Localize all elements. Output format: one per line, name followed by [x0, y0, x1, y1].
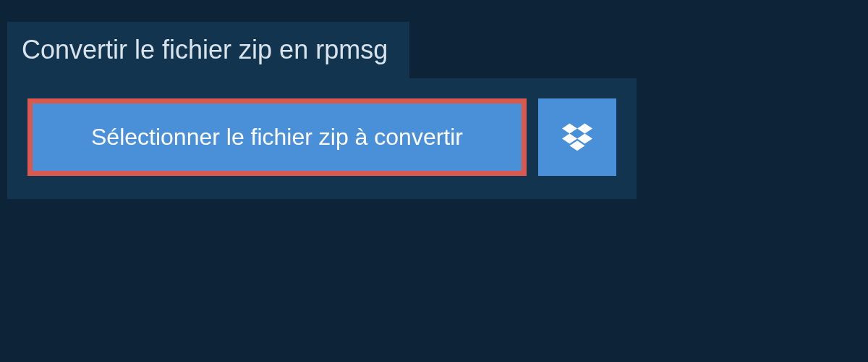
action-panel: Sélectionner le fichier zip à convertir: [7, 78, 637, 199]
select-file-button[interactable]: Sélectionner le fichier zip à convertir: [27, 98, 527, 176]
header-bar: Convertir le fichier zip en rpmsg: [7, 22, 409, 78]
select-file-label: Sélectionner le fichier zip à convertir: [91, 124, 463, 151]
button-row: Sélectionner le fichier zip à convertir: [27, 98, 616, 176]
page-title: Convertir le fichier zip en rpmsg: [22, 35, 388, 65]
dropbox-button[interactable]: [538, 98, 616, 176]
dropbox-icon: [562, 121, 592, 153]
